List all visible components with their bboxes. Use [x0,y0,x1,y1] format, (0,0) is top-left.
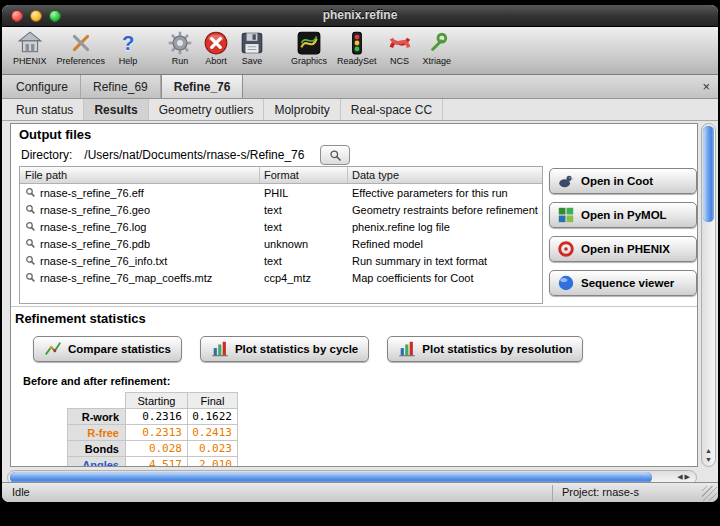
toolbar-label: Run [172,56,189,66]
table-row[interactable]: rnase-s_refine_76_info.txt text Run summ… [20,252,542,269]
row-label: Angles [68,457,126,468]
final-value: 0.023 [188,441,238,457]
notebook-tab-bar: Configure Refine_69 Refine_76 × [2,75,718,99]
plot-by-resolution-button[interactable]: Plot statistics by resolution [387,336,583,362]
compare-plot-icon [44,340,62,358]
file-format: PHIL [260,187,348,199]
button-label: Plot statistics by resolution [422,343,572,355]
scroll-up-arrow[interactable]: ▲ [702,446,715,455]
toolbar-button-preferences[interactable]: Preferences [52,29,111,67]
toolbar-label: Preferences [57,56,106,66]
open-in-pymol-button[interactable]: Open in PyMOL [549,202,697,228]
before-after-subtitle: Before and after refinement: [23,375,170,387]
column-format[interactable]: Format [260,167,348,183]
toolbar-button-run[interactable]: Run [162,29,198,67]
toolbar-button-xtriage[interactable]: Xtriage [418,29,457,67]
row-label: R-work [68,409,126,425]
button-label: Plot statistics by cycle [235,343,358,355]
results-tab-bar: Run status Results Geometry outliers Mol… [2,99,718,121]
bar-chart-icon [211,340,229,358]
table-row[interactable]: rnase-s_refine_76_map_coeffs.mtz ccp4_mt… [20,269,542,286]
toolbar-button-readyset[interactable]: ReadySet [332,29,382,67]
xtriage-wrench-icon [424,30,450,56]
stats-table-wrap: Starting Final R-work 0.2316 0.1622 R-fr… [67,392,238,467]
tab-configure[interactable]: Configure [4,75,81,98]
stats-header-row: Starting Final [68,393,238,409]
file-name: rnase-s_refine_76.eff [40,187,144,199]
graphics-icon [296,30,322,56]
toolbar-button-save[interactable]: Save [234,29,270,67]
toolbar-button-phenix[interactable]: PHENIX [8,29,52,67]
traffic-light-icon [344,30,370,56]
column-file-path[interactable]: File path [20,167,260,183]
toolbar-button-help[interactable]: ? Help [110,29,146,67]
tab-results[interactable]: Results [84,99,148,120]
open-in-phenix-button[interactable]: Open in PHENIX [549,236,697,262]
sequence-viewer-icon [557,274,575,292]
magnifier-icon [25,272,36,283]
blank-cell [68,393,126,409]
table-row[interactable]: rnase-s_refine_76.eff PHIL Effective par… [20,184,542,201]
starting-value: 0.028 [126,441,188,457]
tab-molprobity[interactable]: Molprobity [264,99,340,120]
table-row[interactable]: rnase-s_refine_76.geo text Geometry rest… [20,201,542,218]
file-name: rnase-s_refine_76_map_coeffs.mtz [40,272,212,284]
file-format: text [260,204,348,216]
table-row[interactable]: rnase-s_refine_76.pdb unknown Refined mo… [20,235,542,252]
status-separator [552,485,553,501]
vertical-scroll-thumb[interactable] [703,126,714,222]
column-final: Final [188,393,238,409]
file-data-type: phenix.refine log file [348,221,542,233]
magnifier-icon [25,204,36,215]
tab-refine-69[interactable]: Refine_69 [81,75,161,98]
sequence-viewer-button[interactable]: Sequence viewer [549,270,697,296]
file-data-type: Effective parameters for this run [348,187,542,199]
title-bar[interactable]: phenix.refine [2,5,718,27]
plot-by-cycle-button[interactable]: Plot statistics by cycle [200,336,369,362]
table-header[interactable]: File path Format Data type [20,167,542,184]
close-window-button[interactable] [11,10,23,22]
button-label: Open in Coot [581,175,653,187]
window-title: phenix.refine [2,5,718,26]
zoom-window-button[interactable] [49,10,61,22]
magnifier-icon [25,187,36,198]
tab-close-button[interactable]: × [702,79,710,94]
row-label: R-free [68,425,126,441]
traffic-lights [11,10,61,22]
file-format: text [260,221,348,233]
tab-refine-76[interactable]: Refine_76 [161,75,244,98]
stats-row-r-free: R-free 0.2313 0.2413 [68,425,238,441]
content-area: Output files Directory: /Users/nat/Docum… [2,121,718,482]
magnifier-icon [25,221,36,232]
status-text: Idle [12,486,30,498]
tab-run-status[interactable]: Run status [6,99,84,120]
tab-geometry-outliers[interactable]: Geometry outliers [149,99,265,120]
file-data-type: Geometry restraints before refinement [348,204,542,216]
starting-value: 4.517 [126,457,188,468]
file-format: text [260,255,348,267]
compare-statistics-button[interactable]: Compare statistics [33,336,182,362]
open-buttons-column: Open in Coot Open in PyMOL Open in PHENI… [549,168,697,296]
column-data-type[interactable]: Data type [348,167,542,183]
run-gear-icon [167,30,193,56]
file-data-type: Refined model [348,238,542,250]
scroll-left-arrow[interactable]: ◀ [677,473,684,480]
tab-real-space-cc[interactable]: Real-space CC [341,99,443,120]
file-name: rnase-s_refine_76.log [40,221,146,233]
scroll-right-arrow[interactable]: ▶ [685,473,692,480]
open-in-coot-button[interactable]: Open in Coot [549,168,697,194]
toolbar-label: Help [119,56,138,66]
table-row[interactable]: rnase-s_refine_76.log text phenix.refine… [20,218,542,235]
toolbar-button-graphics[interactable]: Graphics [286,29,332,67]
minimize-window-button[interactable] [30,10,42,22]
output-files-heading: Output files [19,127,91,142]
vertical-scrollbar[interactable]: ▲ ▼ [701,123,716,467]
scroll-down-arrow[interactable]: ▼ [702,455,715,464]
output-files-table: File path Format Data type rnase-s_refin… [19,166,543,304]
toolbar-button-abort[interactable]: Abort [198,29,234,67]
file-name: rnase-s_refine_76.pdb [40,238,150,250]
resize-grip[interactable] [702,486,717,501]
save-floppy-icon [239,30,265,56]
browse-directory-button[interactable] [320,145,350,165]
toolbar-button-ncs[interactable]: NCS [382,29,418,67]
